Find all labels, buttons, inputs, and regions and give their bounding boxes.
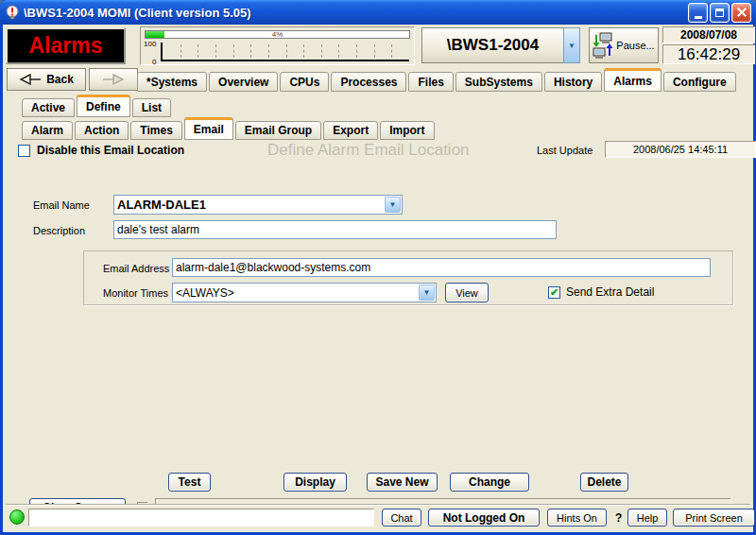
window-title: \BWS1-2004 MOMI (Client version 5.05) [24,6,686,20]
gridline [198,44,198,58]
meter-ymax-label: 100 [144,40,156,48]
logon-button[interactable]: Not Logged On [428,509,540,526]
tab-email-group[interactable]: Email Group [235,121,321,140]
maximize-icon [715,9,724,17]
status-message-field [28,509,374,526]
test-button[interactable]: Test [168,473,211,492]
system-selector-value[interactable]: \BWS1-2004 [421,27,563,63]
alert-bulb-icon [5,5,20,20]
disable-email-checkbox[interactable] [18,145,30,157]
tab-export[interactable]: Export [323,121,378,140]
minimize-button[interactable] [688,3,708,23]
gridline [303,44,304,58]
tab-files[interactable]: Files [408,72,453,92]
gridline [250,44,251,58]
maximize-button[interactable] [710,3,730,23]
tab-import[interactable]: Import [380,121,434,140]
close-button[interactable] [731,3,751,23]
view-button[interactable]: View [445,283,489,302]
tab-define[interactable]: Define [77,95,130,117]
tab-alarm[interactable]: Alarm [22,121,73,140]
tab-alarms[interactable]: Alarms [604,68,662,92]
change-button[interactable]: Change [450,473,529,492]
alarms-banner-label: Alarms [29,33,103,59]
print-screen-button[interactable]: Print Screen [673,509,755,526]
email-details-groupbox: Email Address alarm-dale1@blackwood-syst… [83,250,733,305]
tab-configure[interactable]: Configure [663,72,736,92]
save-new-button[interactable]: Save New [367,473,438,492]
gridline [215,44,216,58]
back-button[interactable]: Back [7,68,86,91]
current-time: 16:42:29 [662,44,755,64]
pause-button[interactable]: Pause... [589,27,659,63]
main-tab-bar: *Systems Overview CPUs Processes Files S… [137,68,736,92]
cpu-busy-percent: 4% [146,31,409,39]
tab-times[interactable]: Times [130,121,181,140]
hints-button[interactable]: Hints On [547,509,607,526]
email-address-label: Email Address [103,263,169,274]
last-update-value: 2008/06/25 14:45:11 [605,141,756,158]
tab-active[interactable]: Active [22,98,75,117]
define-tab-bar: Alarm Action Times Email Email Group Exp… [22,117,435,140]
alarms-tab-bar: Active Define List [22,94,171,117]
monitor-times-combobox[interactable]: <ALWAYS> ▼ [172,283,437,302]
gridline [356,44,357,58]
tab-cpus[interactable]: CPUs [280,72,329,92]
current-date: 2008/07/08 [662,26,755,43]
question-mark-label[interactable]: ? [615,511,622,525]
tab-subsystems[interactable]: SubSystems [455,72,542,92]
minimize-icon [695,16,702,19]
send-extra-detail-checkbox[interactable]: ✔ [548,286,560,299]
tab-processes[interactable]: Processes [331,72,406,92]
back-button-label: Back [46,73,74,86]
email-address-input[interactable]: alarm-dale1@blackwood-systems.com [172,258,711,277]
cpu-busy-bar: 4% [145,30,410,39]
pause-button-label: Pause... [616,40,654,51]
tab-action[interactable]: Action [75,121,129,140]
description-value: dale's test alarm [117,223,199,236]
help-button[interactable]: Help [627,509,667,526]
email-tab-content: Disable this Email Location Define Alarm… [6,140,750,504]
tab-systems[interactable]: *Systems [137,72,207,92]
tab-history[interactable]: History [544,72,602,92]
monitor-times-value: <ALWAYS> [176,286,234,300]
chat-button[interactable]: Chat [382,509,421,526]
last-update-label: Last Update [537,145,593,156]
connection-status-icon [9,509,25,525]
tab-overview[interactable]: Overview [209,72,278,92]
gridline [180,44,181,58]
transfer-computers-icon [593,32,613,59]
chevron-down-icon: ▼ [389,200,397,209]
gridline [268,44,269,58]
email-name-value: ALARM-DALE1 [117,198,206,212]
email-name-label: Email Name [33,199,90,211]
tab-email[interactable]: Email [184,117,233,140]
email-name-combobox[interactable]: ALARM-DALE1 ▼ [113,195,403,215]
title-bar: \BWS1-2004 MOMI (Client version 5.05) [0,0,756,25]
forward-button[interactable] [89,68,138,91]
forward-arrow-icon [102,74,125,85]
description-label: Description [33,225,85,236]
tab-list[interactable]: List [132,98,171,117]
system-selector-dropdown[interactable]: ▼ [563,27,580,63]
app-window: \BWS1-2004 MOMI (Client version 5.05) Al… [0,0,756,535]
cpu-meter-panel: 4% 100 0 [140,26,415,65]
chevron-down-icon: ▼ [568,42,576,50]
disable-email-label: Disable this Email Location [37,144,184,157]
display-button[interactable]: Display [284,473,347,492]
window-body: Alarms 4% 100 0 [3,25,753,532]
gridline [338,44,339,58]
monitor-times-dropdown[interactable]: ▼ [419,285,435,301]
email-name-dropdown[interactable]: ▼ [385,197,401,213]
description-input[interactable]: dale's test alarm [113,220,557,239]
system-selector[interactable]: \BWS1-2004 ▼ [421,27,580,63]
delete-button[interactable]: Delete [580,473,628,492]
close-icon [737,8,747,17]
back-arrow-icon [19,74,42,85]
gridline [321,44,322,58]
email-address-value: alarm-dale1@blackwood-systems.com [176,261,370,274]
chevron-down-icon: ▼ [423,288,431,297]
alarms-banner[interactable]: Alarms [6,27,126,64]
meter-ymin-label: 0 [152,58,156,66]
page-title: Define Alarm Email Location [267,141,470,160]
